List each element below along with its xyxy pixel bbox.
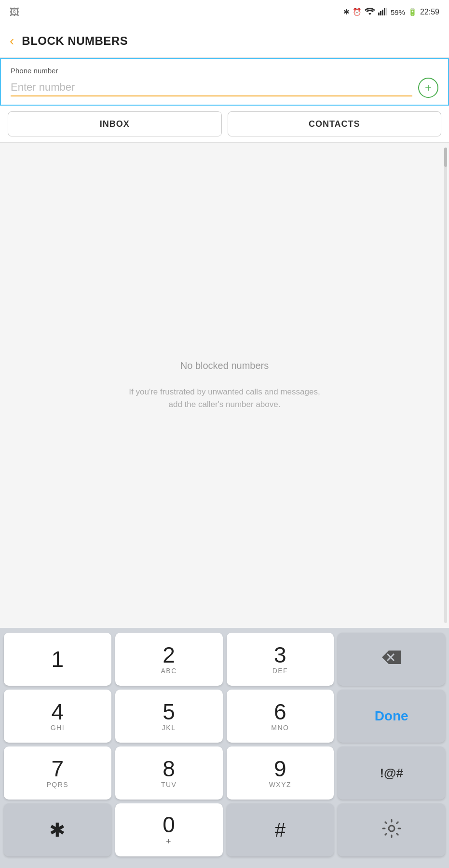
tab-contacts[interactable]: CONTACTS bbox=[228, 111, 442, 136]
main-content: No blocked numbers If you're frustrated … bbox=[0, 143, 449, 628]
photo-icon: 🖼 bbox=[10, 7, 19, 18]
status-time: 22:59 bbox=[420, 8, 439, 16]
key-7[interactable]: 7 PQRS bbox=[4, 746, 111, 800]
scrollbar-thumb bbox=[444, 148, 447, 167]
keyboard-row-3: 7 PQRS 8 TUV 9 WXYZ !@# bbox=[4, 746, 445, 800]
top-bar: ‹ BLOCK NUMBERS bbox=[0, 24, 449, 58]
wifi-icon bbox=[365, 8, 375, 17]
key-6[interactable]: 6 MNO bbox=[227, 690, 334, 743]
svg-rect-0 bbox=[378, 13, 380, 15]
key-5[interactable]: 5 JKL bbox=[115, 690, 223, 743]
key-symbols[interactable]: !@# bbox=[338, 746, 445, 800]
svg-rect-1 bbox=[380, 11, 381, 15]
key-9[interactable]: 9 WXYZ bbox=[227, 746, 334, 800]
key-3[interactable]: 3 DEF bbox=[227, 633, 334, 686]
svg-rect-4 bbox=[386, 8, 387, 15]
key-settings[interactable] bbox=[338, 803, 445, 856]
svg-rect-3 bbox=[384, 8, 385, 15]
key-2[interactable]: 2 ABC bbox=[115, 633, 223, 686]
input-row: + bbox=[11, 78, 438, 98]
key-4[interactable]: 4 GHI bbox=[4, 690, 111, 743]
battery-icon: 🔋 bbox=[408, 8, 417, 16]
status-icons: ✱ ⏰ 59% 🔋 22:59 bbox=[343, 8, 439, 17]
empty-state-hint: If you're frustrated by unwanted calls a… bbox=[123, 386, 326, 410]
page-title: BLOCK NUMBERS bbox=[22, 34, 128, 48]
input-label: Phone number bbox=[11, 67, 438, 75]
svg-point-5 bbox=[389, 826, 395, 831]
input-section: Phone number + bbox=[0, 58, 449, 106]
signal-icon bbox=[378, 8, 388, 17]
keyboard: 1 2 ABC 3 DEF 4 GHI 5 JKL 6 bbox=[0, 628, 449, 868]
keyboard-row-4: ✱ 0 + # bbox=[4, 803, 445, 856]
backspace-icon bbox=[381, 650, 402, 669]
keyboard-row-1: 1 2 ABC 3 DEF bbox=[4, 633, 445, 686]
key-1[interactable]: 1 bbox=[4, 633, 111, 686]
alarm-icon: ⏰ bbox=[353, 8, 362, 16]
tab-inbox[interactable]: INBOX bbox=[8, 111, 222, 136]
back-button[interactable]: ‹ bbox=[10, 33, 14, 49]
tabs-row: INBOX CONTACTS bbox=[0, 106, 449, 143]
empty-state-title: No blocked numbers bbox=[180, 360, 269, 371]
battery-text: 59% bbox=[391, 8, 405, 16]
bluetooth-icon: ✱ bbox=[343, 8, 350, 16]
phone-number-input[interactable] bbox=[11, 79, 412, 96]
key-8[interactable]: 8 TUV bbox=[115, 746, 223, 800]
key-backspace[interactable] bbox=[338, 633, 445, 686]
key-done[interactable]: Done bbox=[338, 690, 445, 743]
add-number-button[interactable]: + bbox=[418, 78, 438, 98]
key-0[interactable]: 0 + bbox=[115, 803, 223, 856]
key-star[interactable]: ✱ bbox=[4, 803, 111, 856]
scrollbar-track[interactable] bbox=[444, 148, 447, 623]
keyboard-row-2: 4 GHI 5 JKL 6 MNO Done bbox=[4, 690, 445, 743]
status-bar: 🖼 ✱ ⏰ 59% 🔋 22:59 bbox=[0, 0, 449, 24]
svg-rect-2 bbox=[382, 10, 383, 15]
key-hash[interactable]: # bbox=[227, 803, 334, 856]
